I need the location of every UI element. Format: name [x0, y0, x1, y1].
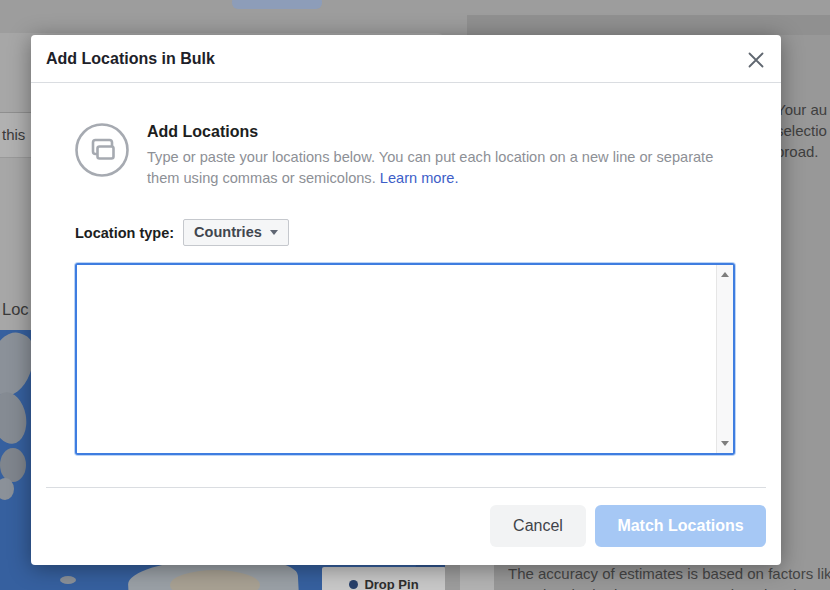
drop-pin-button[interactable]: Drop Pin: [322, 567, 445, 590]
learn-more-link[interactable]: Learn more.: [380, 170, 459, 186]
dialog-title: Add Locations in Bulk: [31, 50, 215, 68]
drop-pin-label: Drop Pin: [364, 577, 418, 590]
pin-icon: [349, 580, 358, 589]
audience-definition-text: Your au selectio broad.: [776, 99, 827, 162]
dialog-footer: Cancel Match Locations: [490, 505, 766, 547]
dialog-header: Add Locations in Bulk: [31, 35, 781, 83]
notice-line: Your au: [776, 99, 827, 120]
map-landmass: [0, 448, 26, 482]
scrollbar-track[interactable]: [716, 265, 733, 453]
cancel-button[interactable]: Cancel: [490, 505, 586, 547]
intro-text: Add Locations Type or paste your locatio…: [147, 123, 713, 189]
estimate-line: pared to the budget you enter and market…: [508, 584, 830, 590]
add-locations-in-bulk-dialog: Add Locations in Bulk Add Locations Type…: [31, 35, 781, 565]
background-top-button: [232, 0, 322, 9]
caret-down-icon: [270, 230, 278, 235]
estimate-accuracy-text: The accuracy of estimates is based on fa…: [508, 563, 830, 590]
add-locations-heading: Add Locations: [147, 123, 713, 141]
match-locations-button[interactable]: Match Locations: [595, 505, 766, 547]
description-line-1: Type or paste your locations below. You …: [147, 147, 713, 168]
map-landmass: [60, 576, 76, 584]
background-text-fragment: this: [2, 126, 25, 143]
notice-line: selectio: [776, 120, 827, 141]
location-type-selected: Countries: [194, 224, 262, 240]
notice-line: broad.: [776, 141, 827, 162]
close-icon[interactable]: [745, 49, 767, 71]
copy-locations-icon: [74, 122, 130, 178]
location-type-dropdown[interactable]: Countries: [183, 219, 289, 246]
description-line-2: them using commas or semicolons. Learn m…: [147, 168, 713, 189]
bulk-locations-textarea-wrapper: [75, 263, 735, 455]
location-type-row: Location type: Countries: [75, 219, 289, 246]
footer-divider: [46, 487, 766, 488]
bulk-locations-textarea[interactable]: [77, 265, 716, 453]
background-locations-heading-fragment: Loc: [2, 300, 29, 319]
map-landmass: [0, 478, 14, 500]
description-line-2-text: them using commas or semicolons.: [147, 170, 376, 186]
background-right-panel-header: [467, 15, 830, 35]
map-landmass: [0, 389, 30, 446]
estimate-line: The accuracy of estimates is based on fa…: [508, 563, 830, 584]
location-type-label: Location type:: [75, 225, 174, 241]
scrollbar-up-icon[interactable]: [717, 267, 733, 282]
scrollbar-down-icon[interactable]: [717, 436, 733, 451]
